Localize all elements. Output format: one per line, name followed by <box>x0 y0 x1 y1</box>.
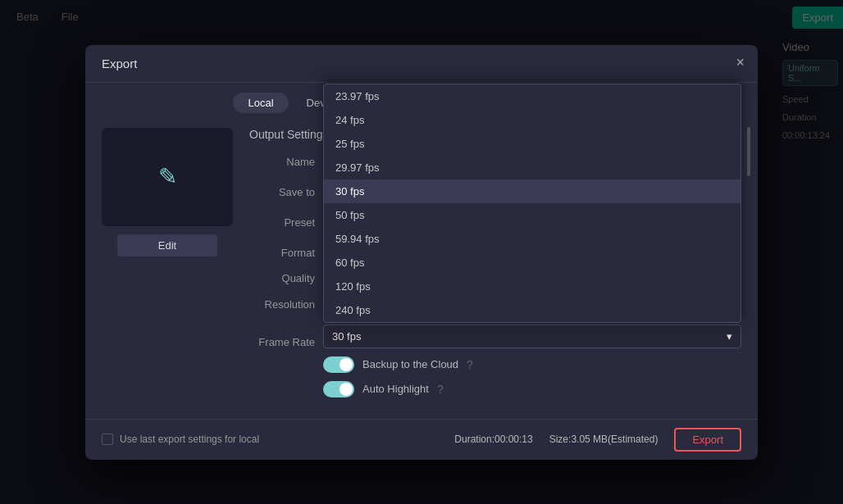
footer-duration: Duration:00:00:13 <box>454 434 532 445</box>
modal-header: Export × <box>85 45 758 83</box>
export-modal: Export × Local Device YouTube TikTok Vim… <box>85 45 758 460</box>
highlight-toggle[interactable] <box>323 381 354 397</box>
toggle-knob-2 <box>339 383 353 396</box>
footer-size: Size:3.05 MB(Estimated) <box>549 434 658 445</box>
highlight-row: Auto Highlight ? <box>249 381 741 397</box>
fps-option-25[interactable]: 25 fps <box>324 132 740 156</box>
modal-overlay: Export × Local Device YouTube TikTok Vim… <box>0 0 843 504</box>
fps-option-24[interactable]: 24 fps <box>324 108 740 132</box>
highlight-label: Auto Highlight <box>362 383 429 395</box>
format-label: Format <box>249 247 315 259</box>
backup-toggle[interactable] <box>323 356 354 373</box>
fps-option-50[interactable]: 50 fps <box>324 203 740 227</box>
fps-option-2997[interactable]: 29.97 fps <box>324 156 740 179</box>
fps-option-120[interactable]: 120 fps <box>324 275 740 298</box>
preview-thumbnail: ✎ <box>102 128 233 226</box>
modal-title: Export <box>102 57 137 70</box>
last-settings-label: Use last export settings for local <box>120 434 259 445</box>
preview-section: ✎ Edit <box>102 128 233 406</box>
toggle-knob <box>339 358 353 371</box>
settings-section: Output Settings Name ✏️ Save to 📁 <box>249 128 741 406</box>
fps-option-23[interactable]: 23.97 fps <box>324 84 740 108</box>
preset-label: Preset <box>249 216 315 229</box>
fps-option-60[interactable]: 60 fps <box>324 251 740 275</box>
frame-rate-row: Frame Rate 23.97 fps 24 fps 25 fps 29.97… <box>249 325 741 348</box>
highlight-help-icon[interactable]: ? <box>437 383 444 396</box>
modal-footer: Use last export settings for local Durat… <box>85 419 758 460</box>
frame-rate-label: Frame Rate <box>249 336 315 348</box>
footer-left: Use last export settings for local <box>102 434 259 445</box>
last-settings-checkbox[interactable] <box>102 434 113 445</box>
tab-local[interactable]: Local <box>233 93 288 113</box>
toggle-section: Backup to the Cloud ? Auto Highlight ? <box>249 356 741 397</box>
fps-option-5994[interactable]: 59.94 fps <box>324 227 740 251</box>
scroll-thumb <box>747 127 750 176</box>
name-label: Name <box>249 156 315 168</box>
backup-label: Backup to the Cloud <box>362 358 458 370</box>
pencil-icon: ✎ <box>158 163 177 190</box>
backup-row: Backup to the Cloud ? <box>249 356 741 373</box>
close-button[interactable]: × <box>736 55 745 70</box>
save-to-label: Save to <box>249 186 315 198</box>
frame-rate-container: 23.97 fps 24 fps 25 fps 29.97 fps 30 fps… <box>323 325 741 348</box>
modal-body: ✎ Edit Output Settings Name ✏️ Save to <box>85 120 758 419</box>
fps-option-240[interactable]: 240 fps <box>324 298 740 322</box>
quality-label: Quality <box>249 272 315 284</box>
footer-info: Duration:00:00:13 Size:3.05 MB(Estimated… <box>454 428 741 452</box>
chevron-down-icon: ▾ <box>727 330 732 343</box>
export-footer-button[interactable]: Export <box>674 428 741 452</box>
frame-rate-select[interactable]: 30 fps ▾ <box>323 325 741 348</box>
modal-scrollbar[interactable] <box>746 127 751 176</box>
edit-button[interactable]: Edit <box>117 234 217 257</box>
fps-option-30[interactable]: 30 fps <box>324 179 740 203</box>
resolution-label: Resolution <box>249 298 315 311</box>
backup-help-icon[interactable]: ? <box>467 358 473 371</box>
frame-rate-value: 30 fps <box>332 330 361 343</box>
fps-dropdown: 23.97 fps 24 fps 25 fps 29.97 fps 30 fps… <box>323 84 741 323</box>
